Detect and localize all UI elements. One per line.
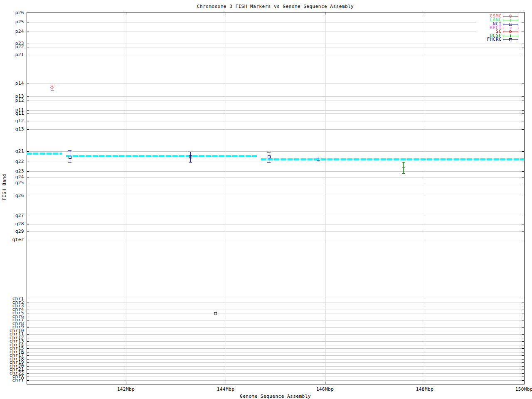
y-tick-label-p25: p25: [0, 20, 24, 25]
y-tick-label-p14: p14: [0, 81, 24, 86]
data-point-ucsf-cap-top: [402, 162, 405, 163]
data-point-nci-cap-top: [317, 157, 319, 157]
data-point-fhcrc-cap-top: [68, 150, 71, 151]
x-tick-label-146Mbp: 146Mbp: [308, 387, 342, 392]
y-tick-label-qter: qter: [0, 237, 24, 242]
data-point-fhcrc-cap-bottom: [68, 163, 71, 163]
legend-sample-nci-square-marker: [509, 23, 512, 26]
y-tick-label-q28: q28: [0, 222, 24, 227]
legend-sample-csmc-cap-l: [503, 15, 503, 17]
y-tick-label-q11: q11: [0, 111, 24, 116]
data-point-fhcrc-square-marker: [189, 155, 192, 158]
y-tick-label-p21: p21: [0, 52, 24, 57]
y-tick-label-p26: p26: [0, 10, 24, 15]
y-tick-label-p22: p22: [0, 44, 24, 49]
y-tick-label-q13: q13: [0, 127, 24, 132]
y-tick-label-p24: p24: [0, 29, 24, 34]
data-point-fhcrc-cap-top: [267, 153, 271, 153]
x-tick-label-144Mbp: 144Mbp: [209, 387, 242, 392]
x-tick-label-150Mbp: 150Mbp: [507, 387, 532, 392]
y-tick-label-q24: q24: [0, 175, 24, 180]
legend-sample-csmc-cap-r: [518, 15, 518, 17]
y-tick-label-p12: p12: [0, 98, 24, 103]
y-tick-label-q21: q21: [0, 149, 24, 154]
y-tick-label-q12: q12: [0, 118, 24, 123]
y-tick-label-q22: q22: [0, 159, 24, 164]
contig-segment-1: [27, 153, 62, 155]
x-tick-label-142Mbp: 142Mbp: [109, 387, 143, 392]
data-point-fhcrc-square-marker: [69, 156, 71, 159]
data-point-ucsf-plus-marker-v: [403, 166, 404, 169]
legend-sample-fhcrc-cap-l: [503, 39, 503, 41]
legend-sample-lanl-cap-r: [518, 19, 518, 21]
legend-sample-rpci-cap-r: [518, 27, 518, 29]
data-point-csmc-cap-top: [51, 85, 54, 85]
y-tick-label-q29: q29: [0, 229, 24, 234]
fish-marker-chart: Chromosome 3 FISH Markers vs Genome Sequ…: [0, 0, 532, 399]
legend-sample-nci-cap-l: [503, 23, 503, 25]
y-tick-label-q26: q26: [0, 193, 24, 198]
data-point-nci-cap-bottom: [317, 162, 319, 162]
y-tick-label-q25: q25: [0, 180, 24, 185]
legend-sample-sc-cap-r: [518, 31, 518, 33]
legend-sample-nci-cap-r: [518, 23, 518, 25]
legend-sample-ucsf-cap-r: [518, 35, 518, 37]
data-point-csmc-cap-bottom: [51, 90, 54, 91]
x-axis-label: Genome Sequence Assembly: [27, 394, 524, 399]
contig-segment-2: [66, 155, 257, 157]
legend-sample-fhcrc-square-marker: [509, 38, 512, 41]
legend-sample-sc-cap-l: [503, 31, 503, 33]
legend-sample-lanl-plus-marker-v: [510, 19, 511, 22]
legend-label-fhcrc: FHCRC: [477, 37, 502, 42]
data-point-fhcrc-square-marker: [268, 155, 271, 158]
data-point-ucsf-cap-bottom: [402, 173, 405, 174]
data-point-fhcrc-square-marker: [214, 312, 217, 315]
y-tick-label-q23: q23: [0, 169, 24, 174]
y-tick-label-q27: q27: [0, 213, 24, 218]
chart-title: Chromosome 3 FISH Markers vs Genome Sequ…: [27, 4, 524, 9]
data-point-fhcrc-cap-bottom: [267, 162, 271, 163]
legend-sample-rpci-cap-l: [503, 27, 503, 29]
legend-sample-fhcrc-cap-r: [518, 39, 518, 41]
y-tick-label-chrY: chrY: [0, 378, 24, 383]
x-tick-label-148Mbp: 148Mbp: [408, 387, 441, 392]
legend-sample-lanl-cap-l: [503, 19, 503, 21]
plot-border: [27, 12, 525, 384]
data-point-fhcrc-cap-bottom: [189, 162, 192, 163]
contig-segment-3: [261, 158, 524, 160]
data-point-fhcrc-cap-top: [189, 152, 192, 152]
legend-sample-ucsf-cap-l: [503, 35, 503, 37]
legend-sample-ucsf-plus-marker-v: [510, 34, 511, 37]
